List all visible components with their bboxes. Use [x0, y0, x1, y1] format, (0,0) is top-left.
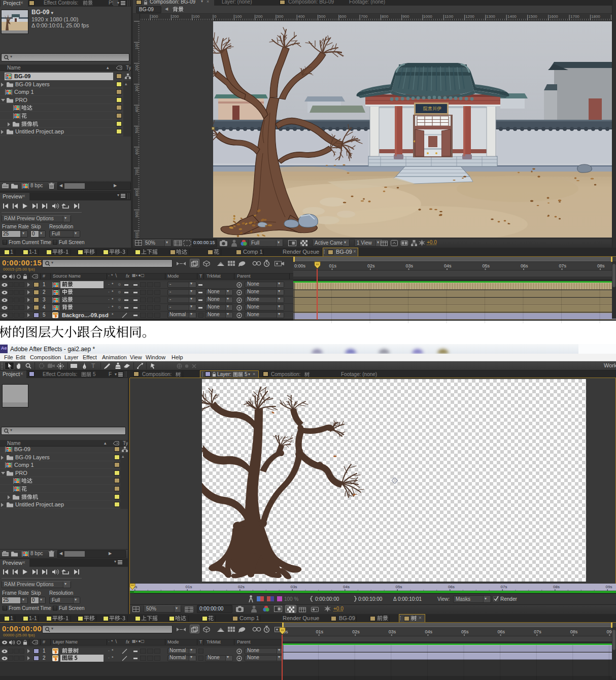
svg-text:04s: 04s: [444, 263, 452, 268]
svg-text:02s: 02s: [367, 263, 375, 268]
svg-text:100: 100: [193, 14, 200, 19]
svg-text:800: 800: [134, 190, 139, 196]
svg-text:1500: 1500: [528, 14, 537, 19]
svg-text:400: 400: [134, 106, 139, 113]
svg-text:04s: 04s: [425, 629, 432, 634]
svg-text:200: 200: [256, 14, 263, 19]
svg-text:01s: 01s: [186, 585, 192, 589]
svg-text:1700: 1700: [570, 14, 579, 19]
svg-text:600: 600: [134, 148, 139, 155]
svg-text:100: 100: [235, 14, 242, 19]
svg-text:0: 0: [214, 14, 217, 19]
svg-text:07s: 07s: [559, 263, 567, 268]
svg-text:700: 700: [361, 14, 368, 19]
svg-text:08s: 08s: [570, 629, 578, 634]
svg-text:100: 100: [134, 43, 139, 50]
svg-text:1300: 1300: [486, 14, 495, 19]
svg-text:02s: 02s: [352, 629, 360, 634]
svg-text:500: 500: [319, 14, 326, 19]
svg-text:03s: 03s: [389, 629, 396, 634]
svg-text:200: 200: [172, 14, 179, 19]
svg-text:900: 900: [402, 14, 409, 19]
svg-text:03s: 03s: [291, 585, 297, 589]
svg-text:05s: 05s: [461, 629, 469, 634]
svg-text:0:00s: 0:00s: [294, 263, 306, 268]
svg-text:500: 500: [134, 127, 139, 133]
svg-text:07s: 07s: [501, 585, 507, 589]
svg-text:300: 300: [277, 14, 284, 19]
svg-text:1200: 1200: [465, 14, 474, 19]
svg-text:300: 300: [151, 14, 158, 19]
svg-text:1400: 1400: [507, 14, 517, 19]
svg-text:200: 200: [134, 64, 139, 71]
svg-text:07s: 07s: [534, 629, 541, 634]
svg-text:05s: 05s: [483, 263, 490, 268]
svg-text:06s: 06s: [448, 585, 455, 589]
svg-text:08s: 08s: [553, 585, 560, 589]
svg-text:700: 700: [134, 169, 139, 176]
svg-text:300: 300: [134, 85, 139, 92]
svg-text:08s: 08s: [597, 263, 605, 268]
svg-text:1600: 1600: [549, 14, 558, 19]
svg-text:1100: 1100: [444, 14, 454, 19]
svg-text:01s: 01s: [316, 629, 324, 634]
svg-text:06s: 06s: [521, 263, 528, 268]
svg-text:06s: 06s: [498, 629, 505, 634]
svg-text:03s: 03s: [406, 263, 414, 268]
svg-text:400: 400: [298, 14, 305, 19]
svg-text:1800: 1800: [591, 14, 600, 19]
svg-text:1000: 1000: [134, 232, 139, 239]
svg-text:01s: 01s: [329, 263, 337, 268]
svg-text:05s: 05s: [396, 585, 402, 589]
svg-text:1000: 1000: [423, 14, 432, 19]
svg-text:900: 900: [134, 211, 139, 218]
svg-text:02s: 02s: [238, 585, 245, 589]
svg-text:600: 600: [339, 14, 347, 19]
svg-text:800: 800: [382, 14, 389, 19]
svg-text:04s: 04s: [343, 585, 350, 589]
svg-text:09s: 09s: [606, 585, 612, 589]
